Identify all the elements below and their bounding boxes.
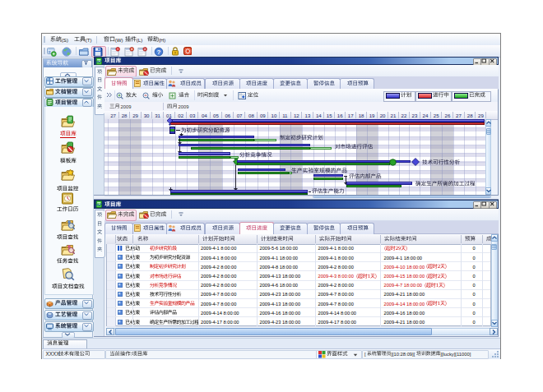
svg-text:?: ? [157,48,161,55]
